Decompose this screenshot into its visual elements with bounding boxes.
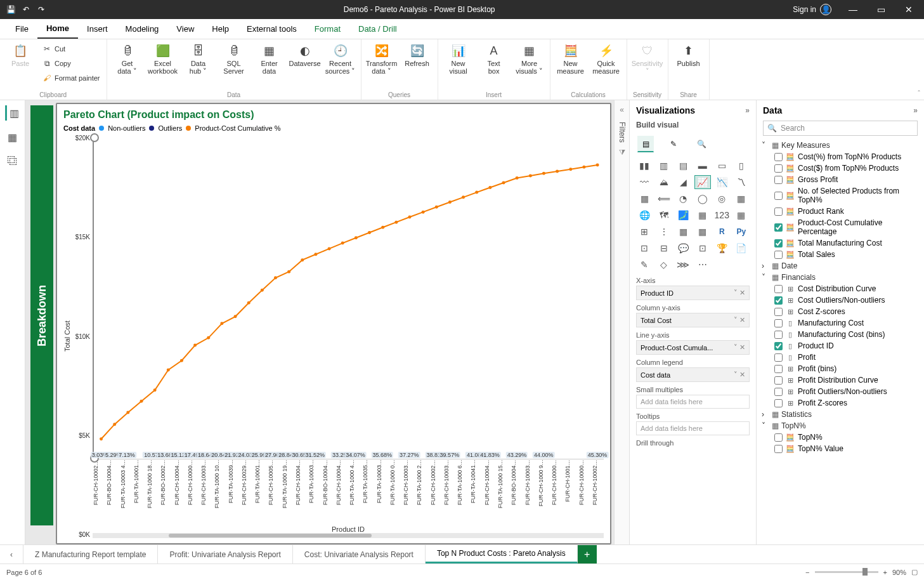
viz-type-16[interactable]: ◎ [713,192,731,206]
tree-field-cost-from-topn-products[interactable]: 🧮Cost($) from TopN% Products [760,162,921,174]
viz-type-17[interactable]: ▦ [733,192,750,206]
viz-type-6[interactable]: 〰 [636,175,653,189]
tree-field-total-sales[interactable]: 🧮Total Sales [760,249,921,260]
cut-button[interactable]: ✂Cut [39,42,103,56]
zoom-control[interactable]: − + 90% ▢ [805,568,918,576]
dataverse-button[interactable]: ◐Dataverse [289,42,322,90]
analytics-tab[interactable]: 🔍 [693,136,710,152]
well-column-y-axis[interactable]: Total Cost˅ ✕ [636,313,750,327]
undo-icon[interactable]: ↶ [19,3,33,16]
build-visual-tab[interactable]: ▤ [637,136,654,152]
menu-external-tools[interactable]: External tools [238,19,306,39]
viz-type-4[interactable]: ▭ [713,159,731,173]
viz-type-21[interactable]: ▦ [694,208,712,222]
model-view-icon[interactable]: ⿻ [5,154,20,169]
tree-field-profit-z-scores[interactable]: ⊞Profit Z-scores [760,397,921,409]
viz-type-19[interactable]: 🗺 [656,208,673,222]
report-view-icon[interactable]: ▥ [5,105,20,121]
text-box-button[interactable]: AText box [478,42,511,90]
tree-group-date[interactable]: ›▦Date [760,260,921,272]
tree-field-profit-outliers-non-outliers[interactable]: ⊞Profit Outliers/Non-outliers [760,386,921,397]
well-small-multiples[interactable]: Add data fields here [636,395,750,409]
close-button[interactable]: ✕ [896,0,921,19]
viz-type-29[interactable]: Py [733,225,750,239]
viz-type-3[interactable]: ▬ [694,159,712,173]
tree-group-topn-[interactable]: ˅▦TopN% [760,420,921,432]
viz-type-30[interactable]: ⊡ [636,241,653,255]
page-tab-0[interactable]: Z Manufacturing Report template [23,545,158,564]
viz-type-33[interactable]: ⊡ [694,241,712,255]
excel-workbook-button[interactable]: 🟩Excel workbook [146,42,179,90]
tree-field-manufacturing-cost-bins-[interactable]: ▯Manufacturing Cost (bins) [760,329,921,340]
well-column-legend[interactable]: Cost data˅ ✕ [636,367,750,382]
prev-page-button[interactable]: ‹ [0,545,23,564]
transform-data-button[interactable]: 🔀Transform data ˅ [365,42,398,90]
viz-type-11[interactable]: 〽 [733,175,750,189]
tree-field-product-cost-cumulative-percentage[interactable]: 🧮Product-Cost Cumulative Percentage [760,217,921,237]
menu-format[interactable]: Format [306,19,349,39]
tree-field-cost-outliers-non-outliers[interactable]: ⊞Cost Outliers/Non-outliers [760,294,921,306]
page-tab-1[interactable]: Profit: Univariate Analysis Report [158,545,292,564]
viz-type-37[interactable]: ◇ [656,258,673,272]
refresh-button[interactable]: 🔄Refresh [401,42,434,90]
enter-data-button[interactable]: ▦Enter data [253,42,286,90]
viz-type-5[interactable]: ▯ [733,159,750,173]
viz-type-22[interactable]: 123 [713,208,731,222]
tree-group-financials[interactable]: ˅▦Financials [760,272,921,283]
tree-field-total-manufacturing-cost[interactable]: 🧮Total Manufacturing Cost [760,237,921,249]
tree-field-profit-bins-[interactable]: ⊞Profit (bins) [760,363,921,374]
menu-file[interactable]: File [6,19,37,39]
viz-type-26[interactable]: ▦ [675,225,692,239]
signin-button[interactable]: Sign in 👤 [786,4,838,15]
viz-type-25[interactable]: ⋮ [656,225,673,239]
format-visual-tab[interactable]: ✎ [665,136,682,152]
viz-type-15[interactable]: ◯ [694,192,712,206]
menu-help[interactable]: Help [203,19,238,39]
tree-field-product-id[interactable]: ▯Product ID [760,340,921,352]
menu-modeling[interactable]: Modeling [117,19,168,39]
tree-field-profit-distribution-curve[interactable]: ⊞Profit Distribution Curve [760,374,921,386]
minimize-button[interactable]: — [840,0,866,19]
viz-type-34[interactable]: 🏆 [713,241,731,255]
tree-field-cost-distribution-curve[interactable]: ⊞Cost Distribution Curve [760,283,921,294]
search-input[interactable]: 🔍Search [763,121,918,136]
viz-type-32[interactable]: 💬 [675,241,692,255]
tree-group-key-measures[interactable]: ˅▦Key Measures [760,140,921,151]
horizontal-scrollbar[interactable] [93,533,604,538]
viz-type-20[interactable]: 🗾 [675,208,692,222]
tree-field-topn-value[interactable]: 🧮TopN% Value [760,443,921,454]
chevron-right-icon[interactable]: » [913,106,918,115]
viz-type-12[interactable]: ▦ [636,192,653,206]
maximize-button[interactable]: ▭ [868,0,894,19]
redo-icon[interactable]: ↷ [34,3,48,16]
viz-type-27[interactable]: ▦ [694,225,712,239]
menu-insert[interactable]: Insert [78,19,117,39]
viz-type-9[interactable]: 📈 [694,175,712,189]
viz-type-39[interactable]: ⋯ [694,258,712,272]
zoom-in-icon[interactable]: + [883,569,887,576]
menu-view[interactable]: View [167,19,203,39]
bookmark-breakdown[interactable]: Breakdown [30,105,53,525]
copy-button[interactable]: ⧉Copy [39,56,103,70]
viz-type-36[interactable]: ✎ [636,258,653,272]
menu-home[interactable]: Home [37,19,78,39]
viz-type-10[interactable]: 📉 [713,175,731,189]
viz-type-23[interactable]: ▦ [733,208,750,222]
viz-type-0[interactable]: ▮▮ [636,159,653,173]
data-view-icon[interactable]: ▦ [5,129,20,145]
fit-page-icon[interactable]: ▢ [911,568,918,576]
tree-field-gross-profit[interactable]: 🧮Gross Profit [760,174,921,185]
sql-server-button[interactable]: 🛢SQL Server [218,42,251,90]
well-line-y-axis[interactable]: Product-Cost Cumula...˅ ✕ [636,340,750,355]
tree-field-cost-z-scores[interactable]: ⊞Cost Z-scores [760,306,921,317]
well-tooltips[interactable]: Add data fields here [636,421,750,435]
publish-button[interactable]: ⬆Publish [672,42,705,90]
save-icon[interactable]: 💾 [4,3,18,16]
viz-type-13[interactable]: ⟸ [656,192,673,206]
viz-type-24[interactable]: ⊞ [636,225,653,239]
chevron-right-icon[interactable]: » [745,106,750,115]
add-page-button[interactable]: + [578,545,597,564]
viz-type-18[interactable]: 🌐 [636,208,653,222]
tree-field-manufacturing-cost[interactable]: ▯Manufacturing Cost [760,317,921,329]
tree-field-profit[interactable]: ▯Profit [760,352,921,363]
